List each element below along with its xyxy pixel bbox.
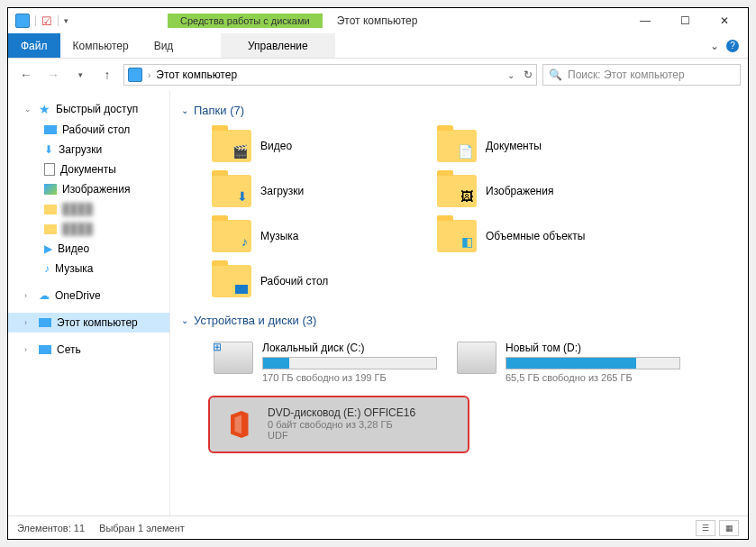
close-button[interactable]: ✕ <box>705 8 744 33</box>
nav-pane: ⌄★Быстрый доступ Рабочий стол ⬇Загрузки … <box>8 91 170 515</box>
dvd-free: 0 байт свободно из 3,28 ГБ <box>268 419 457 430</box>
folder-icon: 📄 <box>437 130 477 162</box>
documents-icon <box>44 163 55 176</box>
drive-free: 65,5 ГБ свободно из 265 ГБ <box>506 372 680 383</box>
recent-dropdown-icon[interactable]: ▾ <box>69 64 91 86</box>
nav-this-pc[interactable]: ›Этот компьютер <box>8 313 169 333</box>
status-bar: Элементов: 11 Выбран 1 элемент ☰ ▦ <box>8 515 748 539</box>
star-icon: ★ <box>39 102 50 116</box>
minimize-button[interactable]: — <box>625 8 665 33</box>
ribbon-expand-icon[interactable]: ⌄ <box>710 40 719 52</box>
nav-videos[interactable]: ▶Видео <box>8 239 169 259</box>
folder-icon <box>44 224 57 234</box>
drive-icon: ⊞ <box>214 342 253 374</box>
help-icon[interactable]: ? <box>726 40 739 52</box>
drive-label: Новый том (D:) <box>506 342 680 354</box>
tab-file[interactable]: Файл <box>8 33 60 58</box>
app-icon <box>15 14 30 28</box>
folder-icon <box>212 265 251 297</box>
drive-c[interactable]: ⊞ Локальный диск (C:) 170 ГБ свободно из… <box>208 336 442 388</box>
drive-dvd-selected[interactable]: DVD-дисковод (E:) OFFICE16 0 байт свобод… <box>208 396 469 453</box>
music-icon: ♪ <box>44 262 50 275</box>
search-icon: 🔍 <box>549 68 562 81</box>
network-icon <box>39 345 51 354</box>
nav-quick-access[interactable]: ⌄★Быстрый доступ <box>8 98 169 120</box>
up-button[interactable]: ↑ <box>96 64 118 86</box>
nav-onedrive[interactable]: ›☁OneDrive <box>8 286 169 305</box>
nav-desktop[interactable]: Рабочий стол <box>8 120 169 140</box>
drive-label: Локальный диск (C:) <box>262 342 437 354</box>
maximize-button[interactable]: ☐ <box>665 8 705 33</box>
nav-documents[interactable]: Документы <box>8 160 169 179</box>
folder-pictures[interactable]: 🖼Изображения <box>433 171 650 211</box>
desktop-icon <box>44 125 57 134</box>
folder-icon: ⬇ <box>212 175 251 207</box>
tab-computer[interactable]: Компьютер <box>60 33 141 58</box>
folder-documents[interactable]: 📄Документы <box>433 126 650 166</box>
view-tiles-button[interactable]: ▦ <box>719 520 739 536</box>
back-button[interactable]: ← <box>15 64 37 86</box>
drive-icon <box>457 342 496 374</box>
folder-3d-objects[interactable]: ◧Объемные объекты <box>433 216 650 256</box>
cloud-icon: ☁ <box>39 289 50 302</box>
refresh-icon[interactable]: ↻ <box>524 68 533 81</box>
drive-progress <box>506 357 680 369</box>
titlebar: ☑ ▾ Средства работы с дисками Этот компь… <box>8 8 748 33</box>
folder-icon: 🎬 <box>212 130 251 162</box>
explorer-window: ☑ ▾ Средства работы с дисками Этот компь… <box>7 7 749 540</box>
nav-downloads[interactable]: ⬇Загрузки <box>8 140 169 160</box>
status-count: Элементов: 11 <box>17 523 85 533</box>
qat-dropdown-icon[interactable]: ▾ <box>64 16 68 25</box>
office-icon <box>221 406 257 442</box>
group-folders-header[interactable]: ⌄Папки (7) <box>181 104 737 117</box>
nav-pinned-folder[interactable]: ████ <box>8 219 169 239</box>
drive-d[interactable]: Новый том (D:) 65,5 ГБ свободно из 265 Г… <box>451 336 686 388</box>
nav-pictures[interactable]: Изображения <box>8 179 169 199</box>
forward-button[interactable]: → <box>42 64 64 86</box>
view-details-button[interactable]: ☰ <box>696 520 715 536</box>
dvd-filesystem: UDF <box>268 430 457 441</box>
window-title: Этот компьютер <box>337 14 418 27</box>
folder-videos[interactable]: 🎬Видео <box>208 126 424 166</box>
nav-pinned-folder[interactable]: ████ <box>8 199 169 219</box>
ribbon: Файл Компьютер Вид Управление ⌄ ? <box>8 33 748 59</box>
pc-icon <box>39 318 51 327</box>
drive-progress <box>262 357 437 369</box>
folder-icon: ◧ <box>437 220 477 252</box>
folder-desktop[interactable]: Рабочий стол <box>208 261 424 301</box>
folder-icon <box>44 205 57 214</box>
context-tab-group: Средства работы с дисками <box>168 14 323 28</box>
address-dropdown-icon[interactable]: ⌄ <box>507 70 515 80</box>
nav-music[interactable]: ♪Музыка <box>8 259 169 278</box>
search-box[interactable]: 🔍 Поиск: Этот компьютер <box>542 64 741 86</box>
tab-manage[interactable]: Управление <box>221 33 335 58</box>
qat-checkbox-icon[interactable]: ☑ <box>41 14 52 28</box>
address-text: Этот компьютер <box>156 68 237 81</box>
group-drives-header[interactable]: ⌄Устройства и диски (3) <box>181 314 737 327</box>
address-bar: ← → ▾ ↑ › Этот компьютер ⌄ ↻ 🔍 Поиск: Эт… <box>8 59 748 91</box>
status-selected: Выбран 1 элемент <box>99 523 185 533</box>
folder-icon: ♪ <box>212 220 251 252</box>
drive-free: 170 ГБ свободно из 199 ГБ <box>262 372 437 383</box>
pictures-icon <box>44 184 57 195</box>
content-pane: ⌄Папки (7) 🎬Видео 📄Документы ⬇Загрузки 🖼… <box>170 91 748 515</box>
nav-network[interactable]: ›Сеть <box>8 340 169 360</box>
dvd-label: DVD-дисковод (E:) OFFICE16 <box>268 406 457 419</box>
address-box[interactable]: › Этот компьютер ⌄ ↻ <box>123 64 537 86</box>
tab-view[interactable]: Вид <box>141 33 187 58</box>
folder-downloads[interactable]: ⬇Загрузки <box>208 171 424 211</box>
folder-music[interactable]: ♪Музыка <box>208 216 424 256</box>
location-pc-icon <box>128 68 142 82</box>
folder-icon: 🖼 <box>437 175 477 207</box>
search-placeholder: Поиск: Этот компьютер <box>568 68 685 81</box>
videos-icon: ▶ <box>44 242 52 255</box>
downloads-icon: ⬇ <box>44 143 53 156</box>
